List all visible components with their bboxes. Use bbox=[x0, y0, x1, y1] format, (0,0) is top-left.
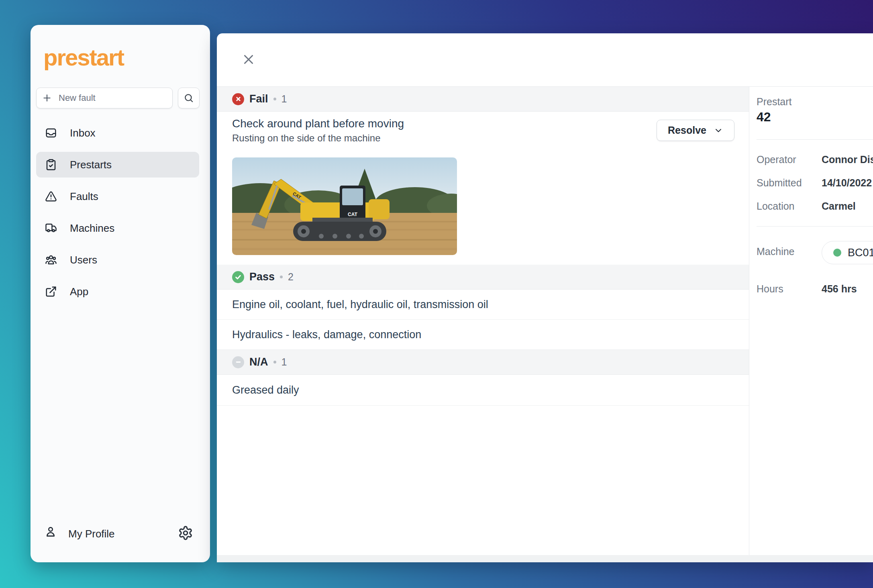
prestart-number: 42 bbox=[757, 110, 771, 125]
inspection-photo[interactable]: CAT CAT bbox=[232, 157, 457, 255]
section-header-na: N/A 1 bbox=[217, 350, 749, 375]
app-window: prestart Inbox Prestarts bbox=[0, 0, 873, 588]
search-icon bbox=[184, 93, 194, 103]
resolve-button[interactable]: Resolve bbox=[657, 120, 734, 141]
details-title: Prestart bbox=[757, 96, 792, 108]
chevron-down-icon bbox=[714, 126, 723, 135]
section-status-label: Fail bbox=[249, 93, 268, 105]
sidebar-item-label: Inbox bbox=[70, 127, 96, 139]
sidebar-item-label: App bbox=[70, 286, 88, 298]
panel-footer-strip bbox=[217, 555, 873, 562]
sidebar-item-label: Prestarts bbox=[70, 159, 112, 171]
sidebar-item-inbox[interactable]: Inbox bbox=[36, 120, 199, 146]
section-count: 1 bbox=[281, 356, 287, 368]
na-circle-minus-icon bbox=[232, 356, 244, 368]
search-button[interactable] bbox=[178, 88, 200, 108]
machine-status-dot bbox=[833, 249, 841, 257]
users-icon bbox=[45, 254, 57, 266]
check-row: Greased daily bbox=[217, 375, 749, 406]
check-row-label: Greased daily bbox=[232, 384, 299, 396]
resolve-button-label: Resolve bbox=[668, 125, 706, 136]
section-header-fail: Fail 1 bbox=[217, 87, 749, 112]
pass-circle-check-icon bbox=[232, 271, 244, 283]
sidebar-item-users[interactable]: Users bbox=[36, 247, 199, 273]
section-header-pass: Pass 2 bbox=[217, 265, 749, 290]
submitted-label: Submitted bbox=[757, 177, 802, 189]
fail-circle-x-icon bbox=[232, 93, 244, 105]
dot-separator bbox=[273, 98, 276, 100]
settings-gear-icon[interactable] bbox=[178, 525, 193, 541]
location-label: Location bbox=[757, 200, 795, 212]
section-status-label: Pass bbox=[249, 271, 275, 283]
checklist-content: Fail 1 Check around plant before moving … bbox=[217, 87, 749, 562]
user-icon bbox=[44, 525, 57, 538]
hours-value: 456 hrs bbox=[822, 283, 857, 295]
external-link-icon bbox=[45, 286, 57, 298]
submitted-value: 14/10/2022 bbox=[822, 177, 872, 189]
check-row-label: Hydraulics - leaks, damage, connection bbox=[232, 329, 421, 341]
section-count: 2 bbox=[288, 271, 294, 283]
clipboard-check-icon bbox=[45, 159, 57, 171]
sidebar-nav: Inbox Prestarts Faults Machines bbox=[36, 120, 199, 304]
machine-name: BC01 bbox=[848, 247, 873, 259]
sidebar-item-machines[interactable]: Machines bbox=[36, 215, 199, 241]
sidebar-item-label: Faults bbox=[70, 190, 98, 203]
app-logo: prestart bbox=[43, 46, 124, 69]
check-row: Engine oil, coolant, fuel, hydraulic oil… bbox=[217, 290, 749, 320]
hours-label: Hours bbox=[757, 283, 783, 295]
sidebar-footer: My Profile bbox=[31, 525, 210, 544]
details-divider-1 bbox=[757, 139, 873, 140]
alert-triangle-icon bbox=[45, 190, 57, 202]
details-divider bbox=[749, 87, 749, 562]
operator-label: Operator bbox=[757, 154, 796, 165]
new-fault-input[interactable] bbox=[58, 92, 175, 104]
cat-logo-cab: CAT bbox=[348, 212, 357, 217]
location-value: Carmel bbox=[822, 200, 856, 212]
section-count: 1 bbox=[281, 93, 287, 105]
sidebar-item-label: Users bbox=[70, 254, 97, 266]
new-fault-field[interactable] bbox=[36, 88, 173, 108]
close-button[interactable] bbox=[240, 51, 257, 68]
details-divider-2 bbox=[757, 226, 873, 227]
check-item-title: Check around plant before moving bbox=[232, 117, 404, 130]
machine-badge[interactable]: BC01 bbox=[822, 241, 873, 264]
check-row: Hydraulics - leaks, damage, connection bbox=[217, 320, 749, 350]
machine-label: Machine bbox=[757, 246, 795, 257]
operator-value: Connor Diss bbox=[822, 154, 873, 165]
sidebar-item-app[interactable]: App bbox=[36, 279, 199, 304]
dot-separator bbox=[280, 276, 283, 278]
sidebar-item-faults[interactable]: Faults bbox=[36, 184, 199, 209]
sidebar-item-label: Machines bbox=[70, 222, 114, 235]
section-status-label: N/A bbox=[249, 356, 268, 368]
dot-separator bbox=[273, 361, 276, 363]
inbox-icon bbox=[45, 127, 57, 139]
sidebar-item-prestarts[interactable]: Prestarts bbox=[36, 152, 199, 178]
my-profile-link[interactable]: My Profile bbox=[68, 528, 115, 540]
plus-icon bbox=[42, 93, 52, 103]
prestart-detail-panel: Fail 1 Check around plant before moving … bbox=[217, 33, 873, 562]
close-icon bbox=[241, 52, 256, 67]
check-row-label: Engine oil, coolant, fuel, hydraulic oil… bbox=[232, 298, 488, 311]
sidebar: prestart Inbox Prestarts bbox=[31, 25, 210, 562]
truck-icon bbox=[45, 222, 57, 234]
check-item-description: Rusting on the side of the machine bbox=[232, 133, 381, 144]
